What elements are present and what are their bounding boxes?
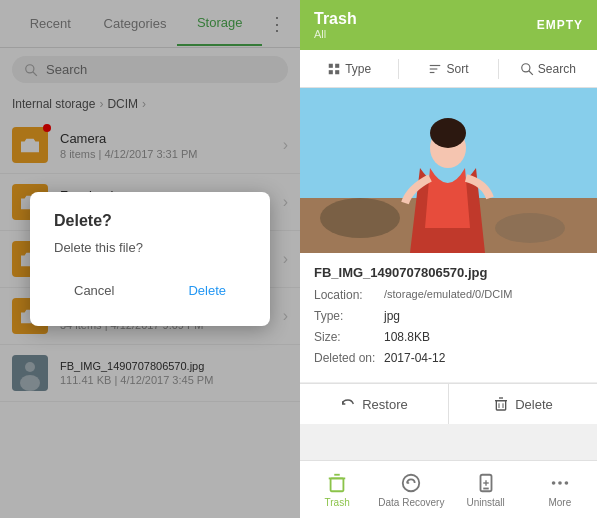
sort-icon	[428, 62, 442, 76]
more-nav-icon	[549, 472, 571, 494]
location-value: /storage/emulated/0/DCIM	[384, 286, 512, 304]
nav-item-uninstall[interactable]: Uninstall	[449, 461, 523, 518]
svg-rect-7	[329, 70, 333, 74]
svg-line-13	[529, 70, 533, 74]
svg-point-18	[320, 198, 400, 238]
search-button[interactable]: Search	[499, 50, 597, 87]
dialog-title: Delete?	[54, 212, 246, 230]
nav-label-data-recovery: Data Recovery	[378, 497, 444, 508]
action-buttons: Restore Delete	[300, 383, 597, 424]
cancel-button[interactable]: Cancel	[54, 275, 134, 306]
deleted-value: 2017-04-12	[384, 349, 445, 367]
nav-label-more: More	[548, 497, 571, 508]
type-value: jpg	[384, 307, 400, 325]
type-label: Type:	[314, 307, 384, 325]
file-details: FB_IMG_1490707806570.jpg Location: /stor…	[300, 253, 597, 383]
svg-point-35	[564, 481, 568, 485]
detail-filename: FB_IMG_1490707806570.jpg	[314, 265, 583, 280]
empty-button[interactable]: EMPTY	[537, 18, 583, 32]
svg-rect-6	[335, 63, 339, 67]
search-label: Search	[538, 62, 576, 76]
svg-point-17	[430, 118, 466, 148]
nav-label-uninstall: Uninstall	[466, 497, 504, 508]
trash-nav-icon	[326, 472, 348, 494]
nav-item-data-recovery[interactable]: Data Recovery	[374, 461, 448, 518]
bottom-nav: Trash Data Recovery Uninstall	[300, 460, 597, 518]
delete-label: Delete	[515, 397, 553, 412]
restore-label: Restore	[362, 397, 408, 412]
svg-rect-20	[497, 401, 506, 410]
nav-item-more[interactable]: More	[523, 461, 597, 518]
grid-icon	[327, 62, 341, 76]
search-icon	[520, 62, 534, 76]
delete-confirm-button[interactable]: Delete	[168, 275, 246, 306]
sort-button[interactable]: Sort	[399, 50, 497, 87]
svg-point-34	[558, 481, 562, 485]
detail-size-row: Size: 108.8KB	[314, 328, 583, 346]
svg-rect-8	[335, 70, 339, 74]
svg-rect-5	[329, 63, 333, 67]
data-recovery-nav-icon	[400, 472, 422, 494]
trash-toolbar: Type Sort Search	[300, 50, 597, 88]
nav-label-trash: Trash	[325, 497, 350, 508]
dialog-buttons: Cancel Delete	[54, 275, 246, 306]
trash-title: Trash	[314, 10, 357, 28]
nav-item-trash[interactable]: Trash	[300, 461, 374, 518]
delete-dialog: Delete? Delete this file? Cancel Delete	[30, 192, 270, 326]
sort-label: Sort	[446, 62, 468, 76]
restore-button[interactable]: Restore	[300, 384, 449, 424]
detail-deleted-row: Deleted on: 2017-04-12	[314, 349, 583, 367]
delete-button[interactable]: Delete	[449, 384, 597, 424]
svg-rect-25	[331, 478, 344, 491]
svg-point-33	[552, 481, 556, 485]
dialog-overlay: Delete? Delete this file? Cancel Delete	[0, 0, 300, 518]
image-preview	[300, 88, 597, 253]
detail-type-row: Type: jpg	[314, 307, 583, 325]
trash-icon	[493, 396, 509, 412]
svg-point-12	[522, 63, 530, 71]
type-label: Type	[345, 62, 371, 76]
location-label: Location:	[314, 286, 384, 304]
right-panel: Trash All EMPTY Type Sort	[300, 0, 597, 518]
size-value: 108.8KB	[384, 328, 430, 346]
deleted-label: Deleted on:	[314, 349, 384, 367]
restore-icon	[340, 396, 356, 412]
detail-location-row: Location: /storage/emulated/0/DCIM	[314, 286, 583, 304]
size-label: Size:	[314, 328, 384, 346]
preview-image	[300, 88, 597, 253]
svg-point-19	[495, 213, 565, 243]
trash-title-group: Trash All	[314, 10, 357, 40]
trash-subtitle: All	[314, 28, 357, 40]
uninstall-nav-icon	[475, 472, 497, 494]
svg-point-28	[403, 474, 420, 491]
type-button[interactable]: Type	[300, 50, 398, 87]
left-panel: Recent Categories Storage ⋮ Internal sto…	[0, 0, 300, 518]
trash-header: Trash All EMPTY	[300, 0, 597, 50]
dialog-message: Delete this file?	[54, 240, 246, 255]
